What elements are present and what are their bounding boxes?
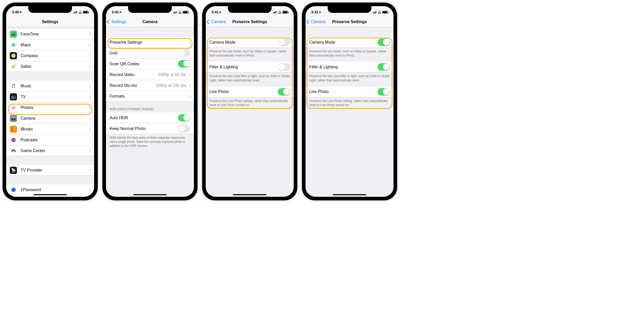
settings-row[interactable]: Grid [106,48,194,59]
row-label: TV [21,95,88,99]
row-label: Keep Normal Photo [110,126,178,131]
row-label: iBooks [21,127,88,132]
settings-row[interactable]: Live Photo [306,87,393,97]
settings-group: 🎵Music📺TV🌸Photos📷Camera📙iBooks🟣Podcasts🎮… [6,73,94,156]
settings-group: Filter & LightingPreserve the last used … [206,62,294,85]
settings-row[interactable]: Keep Normal Photo [106,123,194,134]
row-icon: 📺 [10,93,17,100]
group-header: HDR (HIGH DYNAMIC RANGE) [106,103,194,113]
settings-row[interactable]: 🟣Podcasts [6,135,94,145]
group-footer: Preserve the last mode, such as Video or… [306,48,393,60]
settings-row[interactable]: Formats [106,91,194,102]
toggle-switch[interactable] [278,63,290,71]
settings-row[interactable]: 🎮Game Center [6,145,94,156]
settings-row[interactable]: Record Video1080p at 60 fps [106,69,194,80]
location-icon: ➤ [319,11,321,14]
settings-row[interactable]: Live Photo [206,87,294,97]
settings-row[interactable]: 🔵1Password [6,184,94,195]
row-label: Maps [21,43,88,47]
row-icon: 📹 [10,31,17,38]
home-indicator[interactable] [133,194,167,195]
settings-row[interactable]: 📺TV [6,91,94,102]
row-label: 1Password [21,188,88,192]
row-label: Preserve Settings [110,40,188,45]
settings-row[interactable]: 🧭Safari [6,61,94,72]
screen: 3:41 ➤ ⧋ CameraPreserve SettingsCamera M… [306,6,393,197]
wifi-icon: ⧋ [378,10,381,14]
settings-row[interactable]: Preserve Settings [106,37,194,48]
row-label: Filter & Lighting [309,65,378,69]
row-label: Safari [21,64,88,69]
chevron-right-icon [188,95,191,98]
page-title: Settings [42,20,58,24]
chevron-right-icon [88,85,91,87]
home-indicator[interactable] [233,194,266,195]
wifi-icon: ⧋ [79,10,82,14]
toggle-switch[interactable] [178,49,190,57]
settings-row[interactable]: 📷Camera [6,113,94,124]
page-title: Preserve Settings [332,20,367,24]
signal-icon [173,11,178,13]
chevron-left-icon [107,20,111,24]
phone-frame: 3:41 ➤ ⧋ SettingsCameraPreserve Settings… [102,3,198,200]
home-indicator[interactable] [333,194,366,195]
settings-row[interactable]: Camera Mode [206,37,294,48]
chevron-right-icon [188,41,191,44]
toggle-switch[interactable] [278,88,290,96]
chevron-right-icon [88,54,91,57]
settings-row[interactable]: 🕘9to5Mac [6,195,94,197]
chevron-right-icon [188,84,191,87]
settings-row[interactable]: Auto HDR [106,113,194,123]
back-button[interactable]: Camera [307,20,326,24]
home-indicator[interactable] [33,194,67,195]
settings-row[interactable]: 🌸Photos [6,102,94,113]
toggle-switch[interactable] [378,39,390,46]
group-footer: Preserve the last used filter or light, … [206,72,294,85]
notch [328,6,371,13]
settings-row[interactable]: 🧭Compass [6,50,94,61]
back-label: Camera [211,20,226,24]
status-right: ⧋ [373,10,388,14]
row-detail: 1080p at 60 fps [158,72,186,77]
settings-row[interactable]: 📙iBooks [6,124,94,135]
settings-row[interactable]: 🎵Music [6,81,94,91]
settings-row[interactable]: 📡TV Provider [6,165,94,176]
toggle-switch[interactable] [178,125,190,132]
settings-group: 📡TV Provider [6,158,94,176]
toggle-switch[interactable] [178,60,190,68]
page-title: Preserve Settings [232,20,267,24]
row-label: Auto HDR [110,116,178,120]
status-time: 3:41 [112,10,119,14]
screen: 3:41 ➤ ⧋ SettingsCameraPreserve Settings… [106,6,194,197]
notch [28,6,72,13]
chevron-right-icon [88,106,91,109]
settings-group: 📹FaceTime🗺️Maps🧭Compass🧭Safari [6,27,94,72]
row-label: Game Center [21,148,88,153]
row-label: Record Slo-mo [110,83,156,88]
settings-row[interactable]: 🗺️Maps [6,40,94,50]
settings-row[interactable]: Record Slo-mo1080p at 240 fps [106,80,194,91]
status-time: 3:40 [12,10,19,14]
settings-row[interactable]: Filter & Lighting [306,62,393,72]
toggle-switch[interactable] [278,39,290,46]
back-button[interactable]: Settings [108,20,126,24]
status-left: 3:40 ➤ [12,10,22,14]
content-area: Camera ModePreserve the last mode, such … [206,27,294,197]
settings-row[interactable]: Camera Mode [306,37,393,48]
settings-group: Preserve SettingsGridScan QR CodesRecord… [106,27,194,102]
row-label: Compass [21,53,88,58]
settings-row[interactable]: Scan QR Codes [106,59,194,69]
chevron-right-icon [88,128,91,130]
back-button[interactable]: Camera [207,20,226,24]
settings-group: Filter & LightingPreserve the last used … [306,62,393,85]
chevron-right-icon [88,43,91,46]
settings-row[interactable]: 📹FaceTime [6,29,94,40]
battery-icon [83,11,88,14]
toggle-switch[interactable] [378,63,390,71]
row-label: Photos [21,105,88,110]
toggle-switch[interactable] [378,88,390,96]
toggle-switch[interactable] [178,114,190,122]
content-area: Preserve SettingsGridScan QR CodesRecord… [106,27,194,197]
settings-row[interactable]: Filter & Lighting [206,62,294,72]
settings-group: Live PhotoPreserve the Live Photo settin… [206,87,294,110]
